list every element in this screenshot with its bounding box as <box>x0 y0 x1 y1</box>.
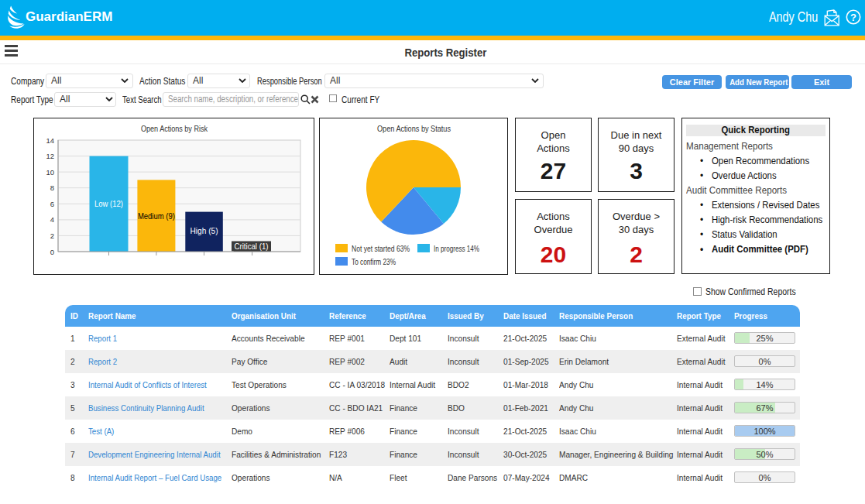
svg-text:Low (12): Low (12) <box>94 199 123 208</box>
svg-text:Critical (1): Critical (1) <box>235 242 269 251</box>
svg-text:In progress 14%: In progress 14% <box>434 244 479 253</box>
svg-text:0: 0 <box>50 248 54 256</box>
svg-text:High (5): High (5) <box>191 226 218 235</box>
svg-text:4: 4 <box>50 215 54 224</box>
svg-text:14: 14 <box>46 136 54 145</box>
svg-text:Open Actions by Risk: Open Actions by Risk <box>141 124 208 133</box>
svg-text:Open Actions by Status: Open Actions by Status <box>377 124 451 133</box>
svg-text:?: ? <box>850 12 856 23</box>
svg-text:8: 8 <box>50 183 54 192</box>
svg-text:12: 12 <box>46 152 54 160</box>
svg-text:10: 10 <box>46 168 54 177</box>
svg-text:2: 2 <box>50 231 54 240</box>
svg-text:6: 6 <box>50 200 54 208</box>
svg-text:Medium (9): Medium (9) <box>138 211 175 221</box>
svg-text:To confirm 23%: To confirm 23% <box>352 257 396 266</box>
svg-text:Not yet started 63%: Not yet started 63% <box>352 244 410 253</box>
